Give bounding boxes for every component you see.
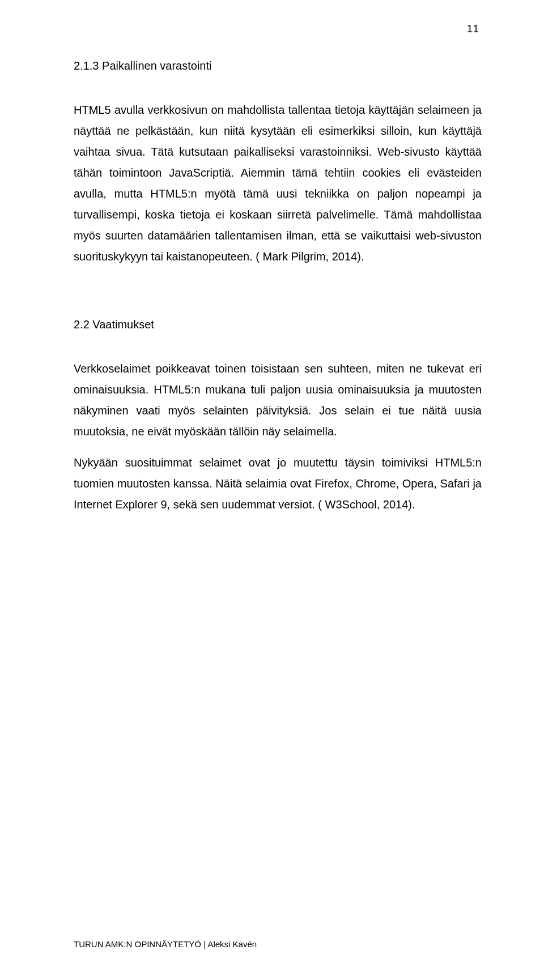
footer-text: TURUN AMK:N OPINNÄYTETYÖ | Aleksi Kavén (74, 939, 257, 949)
document-page: 11 2.1.3 Paikallinen varastointi HTML5 a… (0, 0, 544, 980)
section2-paragraph2: Nykyään suosituimmat selaimet ovat jo mu… (74, 452, 482, 515)
section1-paragraph: HTML5 avulla verkkosivun on mahdollista … (74, 100, 482, 267)
section-heading-requirements: 2.2 Vaatimukset (74, 318, 482, 331)
section-heading-local-storage: 2.1.3 Paikallinen varastointi (74, 59, 482, 72)
section2-paragraph1: Verkkoselaimet poikkeavat toinen toisist… (74, 358, 482, 442)
page-number: 11 (467, 23, 479, 35)
